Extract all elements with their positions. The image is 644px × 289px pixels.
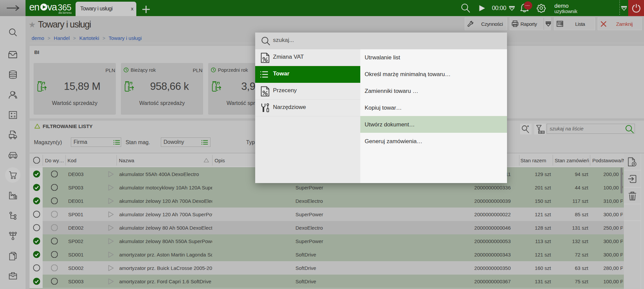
svg-text:365: 365 (58, 3, 71, 12)
svg-text:dla biznesu: dla biznesu (58, 11, 72, 14)
svg-text:va: va (47, 2, 57, 12)
svg-text:*: * (527, 125, 529, 129)
svg-text:en: en (30, 2, 39, 12)
